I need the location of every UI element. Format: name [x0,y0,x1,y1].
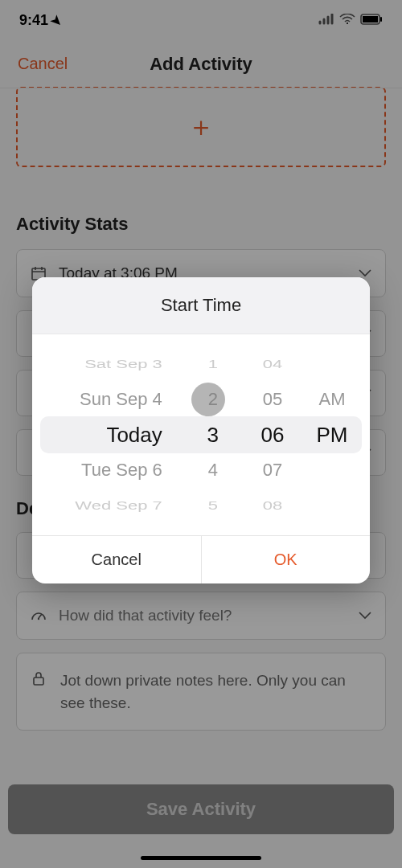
wheel-option: Tue Sep 6 [40,452,183,488]
wheel-option: 1 [183,352,243,377]
picker-wheels: Sat Sep 3 Sun Sep 4 Today Tue Sep 6 Wed … [32,334,370,535]
modal-cancel-button[interactable]: Cancel [32,536,202,583]
modal-ok-button[interactable]: OK [202,536,371,583]
wheel-option: 07 [243,452,302,488]
wheel-option-selected: 3 [183,417,243,452]
wheel-option: 08 [243,493,302,518]
wheel-option: AM [302,382,362,417]
minute-wheel[interactable]: 04 05 06 07 08 [243,334,302,535]
wheel-option: Wed Sep 7 [40,493,183,518]
hour-wheel[interactable]: 1 2 3 4 5 [183,334,243,535]
wheel-option-selected: PM [302,417,362,452]
wheel-option-selected: Today [40,417,183,452]
wheel-option: Sun Sep 4 [40,382,183,417]
wheel-option: 05 [243,382,302,417]
wheel-option: 5 [183,493,243,518]
ampm-wheel[interactable]: AM PM [302,334,362,535]
date-wheel[interactable]: Sat Sep 3 Sun Sep 4 Today Tue Sep 6 Wed … [40,334,183,535]
wheel-option: 04 [243,352,302,377]
modal-title: Start Time [32,277,370,334]
start-time-picker-modal: Start Time Sat Sep 3 Sun Sep 4 Today Tue… [32,277,370,583]
wheel-option: 4 [183,452,243,488]
wheel-option-selected: 06 [243,417,302,452]
wheel-option: Sat Sep 3 [40,352,183,377]
touch-indicator [191,383,225,416]
modal-buttons: Cancel OK [32,535,370,583]
